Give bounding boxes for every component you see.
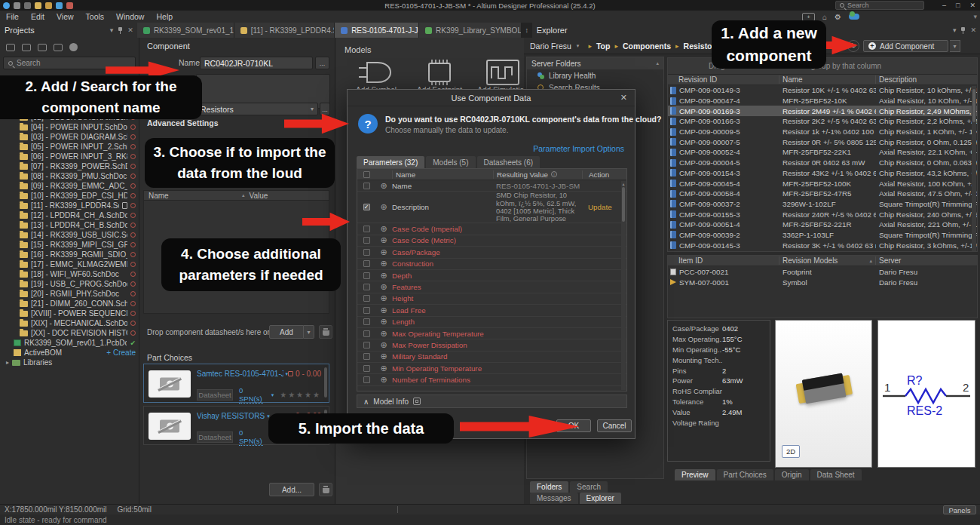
checkbox[interactable] [363, 249, 370, 256]
footprint-3d-preview[interactable]: 2D [775, 320, 872, 468]
breadcrumb-item[interactable]: Top [596, 41, 610, 51]
save-icon[interactable] [14, 2, 20, 9]
parameter-row[interactable]: ⊕ Max Operating Temperature [357, 328, 626, 339]
tree-item[interactable]: [20] - RGMII_PHY.SchDoc [0, 289, 139, 299]
component-row[interactable]: CMP-009-00058-4 MFR-25FBF52-47R5 Axial R… [668, 189, 977, 199]
dialog-tab[interactable]: Datasheets (6) [477, 156, 541, 168]
checkbox[interactable] [363, 376, 370, 383]
add-footprint-icon[interactable] [420, 57, 459, 88]
datasheet-button[interactable]: Datasheet [197, 389, 233, 401]
component-row[interactable]: CMP-009-00169-3 Resistor 2M49 +/-1 % 040… [668, 106, 977, 116]
tree-item[interactable]: [XIX] - MECHANICAL.SchDoc [0, 318, 139, 328]
add-symbol-icon[interactable] [357, 57, 396, 88]
tree-item[interactable]: [08] - RK3399_PMU.SchDoc [0, 171, 139, 181]
parameter-row[interactable]: ⊕ Depth [357, 270, 626, 281]
component-row[interactable]: CMP-009-00051-4 MFR-25FBF52-221R Axial R… [668, 220, 977, 230]
component-row[interactable]: CMP-009-00166-3 Resistor 2K2 +/-5 % 0402… [668, 116, 977, 127]
parameter-row[interactable]: ⊕ Length [357, 317, 626, 328]
menu-item[interactable]: Tools [80, 12, 111, 21]
checkbox[interactable] [363, 318, 370, 325]
checkbox[interactable] [363, 237, 370, 244]
create-link[interactable]: + Create [106, 348, 136, 357]
restore-button[interactable]: □ [956, 2, 960, 9]
copy-icon[interactable] [38, 44, 47, 51]
parameter-row[interactable]: ⊕ Case/Package [357, 247, 626, 258]
tree-item[interactable]: [05] - POWER INPUT_2.SchD [0, 142, 139, 152]
item-row[interactable]: PCC-007-0021 Footprint Dario Fresu [668, 266, 977, 277]
parameter-row[interactable]: ⊕ Case Code (Imperial) [357, 223, 626, 235]
cloud-sync-icon[interactable] [56, 2, 63, 9]
add-datasheet-button[interactable]: Add ▾ [269, 325, 314, 339]
tree-item[interactable]: [11] - RK3399_LPDDR4.SchD [0, 201, 139, 210]
tree-item[interactable]: [12] - LPDDR4_CH_A.SchDoc [0, 210, 139, 220]
global-search[interactable]: Search [835, 1, 924, 10]
menu-item[interactable]: File [0, 12, 25, 21]
parameters-header[interactable]: Name ▴ Value [143, 190, 329, 201]
parameter-row[interactable]: ⊕ Case Code (Metric) [357, 235, 626, 247]
checkbox[interactable] [363, 330, 370, 337]
symbol-preview[interactable]: 1 2 R? RES-2 [877, 320, 975, 468]
name-more-button[interactable]: ... [315, 57, 329, 69]
pin-icon[interactable] [118, 27, 123, 34]
minimize-button[interactable]: – [942, 2, 946, 9]
grid-scrollbar[interactable] [972, 86, 976, 251]
tree-item[interactable]: [10] - RK3399_EDP_CSI_HDM [0, 191, 139, 201]
component-row[interactable]: CMP-009-00155-3 Resistor 240R +/-5 % 040… [668, 209, 977, 220]
chevron-down-icon[interactable]: ▾ [953, 26, 957, 34]
component-row[interactable]: CMP-009-00009-5 Resistor 1k +/-1% 0402 1… [668, 127, 977, 137]
tree-item[interactable]: [XX] - DOC REVISION HISTOF [0, 328, 139, 338]
pin-icon[interactable] [960, 27, 966, 34]
breadcrumb-item[interactable]: Components [623, 41, 671, 51]
parameter-row[interactable]: ⊕ Construction [357, 259, 626, 270]
tree-item-pcbdoc[interactable]: RK3399_SOM_rev01_1.PcbDoc ✔ [0, 338, 139, 348]
preview-tab[interactable]: Part Choices [717, 469, 773, 480]
preview-tab[interactable]: Preview [675, 469, 715, 480]
checkbox[interactable] [363, 272, 370, 279]
tree-item[interactable]: [16] - RK3399_RGMII_SDIO_S [0, 250, 139, 259]
parameter-row[interactable]: ⊕ Features [357, 281, 626, 293]
chevron-down-icon[interactable]: ▾ [304, 325, 314, 339]
add-component-dropdown[interactable]: ▾ [950, 40, 960, 52]
cloud-icon[interactable] [849, 14, 859, 20]
cancel-button[interactable]: Cancel [597, 419, 632, 432]
preview-tab[interactable]: Data Sheet [810, 469, 862, 480]
component-name-field[interactable] [200, 57, 313, 69]
component-row[interactable]: CMP-009-00007-5 Resistor 0R +/- 5% 0805 … [668, 137, 977, 147]
component-row[interactable]: CMP-009-00145-3 Resistor 3K +/-1 % 0402 … [668, 240, 977, 250]
type-more-button[interactable]: ... [320, 103, 330, 115]
part-choice-card[interactable]: Samtec RES-0105-4701-J-JB-SM ▾ 0 - 0.00 … [143, 364, 329, 403]
open-project-icon[interactable] [45, 2, 52, 9]
save-all-icon[interactable] [24, 2, 31, 9]
document-tab[interactable]: RK3399_SOM_rev01_1.PcbDoc [137, 23, 234, 38]
close-icon[interactable]: ✕ [620, 93, 627, 103]
2d-toggle-button[interactable]: 2D [782, 445, 800, 458]
document-tab[interactable]: RK399_Library_SYMBOLS.SchLib [419, 23, 522, 38]
menu-item[interactable]: Edit [25, 12, 51, 21]
delete-part-choice-button[interactable] [319, 483, 332, 496]
datasheet-button[interactable]: Datasheet [197, 431, 233, 443]
dialog-tab[interactable]: Parameters (32) [357, 156, 424, 168]
component-row[interactable]: CMP-009-00047-4 MFR-25FBF52-10K Axial Re… [668, 96, 977, 106]
panels-button[interactable]: Panels [943, 505, 976, 514]
parameter-import-options-link[interactable]: Parameter Import Options [533, 144, 624, 153]
tree-item-libraries[interactable]: ▸ Libraries [0, 358, 139, 367]
expand-arrow-icon[interactable]: ▸ [6, 359, 9, 366]
component-row[interactable]: CMP-009-00037-2 3296W-1-102LF Square Tri… [668, 199, 977, 210]
component-row[interactable]: CMP-009-00045-4 MFR-25FBF52-100K Axial R… [668, 178, 977, 189]
chevron-down-icon[interactable]: ▾ [271, 392, 274, 398]
checkbox[interactable] [363, 365, 370, 372]
tree-item[interactable]: [XVIII] - POWER SEQUENCIN [0, 309, 139, 318]
checkbox[interactable] [363, 307, 370, 314]
checkbox[interactable] [363, 183, 370, 189]
checkbox[interactable] [363, 295, 370, 302]
bottom-tab[interactable]: Messages [530, 493, 578, 504]
server-folders-header[interactable]: Server Folders ▴ [527, 57, 663, 69]
tree-item[interactable]: [09] - RK3399_EMMC_ADC_P [0, 181, 139, 191]
server-folder-item[interactable]: Library Health [527, 69, 663, 81]
checkbox[interactable] [363, 260, 370, 267]
model-info-collapser[interactable]: ∧ Model Info [357, 395, 627, 408]
document-tab[interactable]: RES-0105-4701-J-JB-SM * [335, 23, 419, 38]
parameter-row[interactable]: ⊕ Lead Free [357, 305, 626, 316]
tree-item[interactable]: [14] - RK3399_USB_USIC.Sch [0, 230, 139, 240]
select-all-checkbox[interactable] [363, 171, 370, 178]
